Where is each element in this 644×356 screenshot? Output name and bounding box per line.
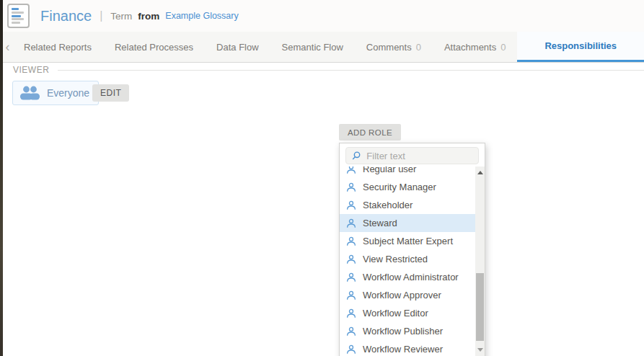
dropdown-scrollbar[interactable] (475, 166, 485, 356)
tab-attachments[interactable]: Attachments 0 (433, 32, 518, 62)
section-divider-line (58, 70, 644, 71)
glossary-link[interactable]: Example Glossary (165, 11, 238, 21)
user-icon (346, 200, 356, 210)
user-icon (346, 326, 356, 337)
page-title: Finance (40, 8, 92, 25)
add-role-button[interactable]: ADD ROLE (339, 124, 401, 141)
tab-semantic-flow[interactable]: Semantic Flow (270, 32, 355, 62)
role-option-workflow-publisher[interactable]: Workflow Publisher (340, 322, 475, 340)
tab-related-processes[interactable]: Related Processes (103, 32, 205, 62)
user-icon (346, 218, 356, 228)
app-window: Finance | Term from Example Glossary ‹ R… (3, 0, 644, 356)
from-label: from (138, 11, 159, 22)
group-icon (19, 86, 40, 100)
role-option-view-restricted[interactable]: View Restricted (340, 250, 475, 268)
role-option-stakeholder[interactable]: Stakeholder (340, 196, 475, 214)
viewer-chip-label: Everyone (47, 87, 89, 99)
tab-related-reports[interactable]: Related Reports (12, 32, 103, 62)
scroll-down-arrow-icon[interactable] (477, 348, 483, 352)
attachments-count-badge: 0 (500, 42, 506, 53)
role-option-subject-matter-expert[interactable]: Subject Matter Expert (340, 232, 475, 250)
add-role-dropdown: Regular user Security Manager Stakeholde… (339, 143, 485, 356)
role-option-steward[interactable]: Steward (340, 214, 475, 232)
user-icon (346, 182, 356, 192)
user-icon (346, 308, 356, 319)
tab-responsibilities[interactable]: Responsibilities (517, 32, 644, 62)
title-separator: | (100, 9, 102, 22)
role-option-security-manager[interactable]: Security Manager (340, 178, 475, 196)
responsibilities-panel: VIEWER Everyone EDIT ADD ROLE (3, 63, 644, 356)
role-option-workflow-administrator[interactable]: Workflow Administrator (340, 268, 475, 286)
user-icon (346, 236, 356, 246)
user-icon (346, 344, 356, 355)
tabs-scroll-left-chevron-icon[interactable]: ‹ (3, 32, 12, 62)
scroll-up-arrow-icon[interactable] (477, 171, 483, 174)
viewer-section-label: VIEWER (13, 65, 49, 75)
viewer-section-header: VIEWER (13, 65, 644, 75)
filter-text-input[interactable] (366, 151, 472, 161)
edit-button[interactable]: EDIT (92, 84, 129, 102)
user-icon (346, 272, 356, 282)
asset-header: Finance | Term from Example Glossary (3, 0, 644, 32)
filter-input-wrapper (345, 147, 479, 164)
term-asset-icon (7, 4, 30, 28)
role-option-workflow-reviewer[interactable]: Workflow Reviewer (340, 340, 475, 356)
user-icon (346, 254, 356, 264)
search-icon (352, 151, 361, 161)
scrollbar-thumb[interactable] (476, 273, 484, 341)
comments-count-badge: 0 (416, 42, 421, 53)
role-list: Regular user Security Manager Stakeholde… (340, 166, 475, 356)
tab-bar: ‹ Related Reports Related Processes Data… (3, 32, 644, 63)
tab-comments[interactable]: Comments 0 (355, 32, 433, 62)
role-option-workflow-approver[interactable]: Workflow Approver (340, 286, 475, 304)
tab-data-flow[interactable]: Data Flow (205, 32, 270, 62)
role-option-regular-user[interactable]: Regular user (340, 166, 475, 178)
asset-type-label: Term (110, 11, 132, 22)
user-icon (346, 166, 356, 174)
role-list-viewport: Regular user Security Manager Stakeholde… (340, 166, 475, 356)
role-option-workflow-editor[interactable]: Workflow Editor (340, 304, 475, 322)
user-icon (346, 290, 356, 301)
viewer-everyone-chip[interactable]: Everyone (12, 81, 99, 105)
